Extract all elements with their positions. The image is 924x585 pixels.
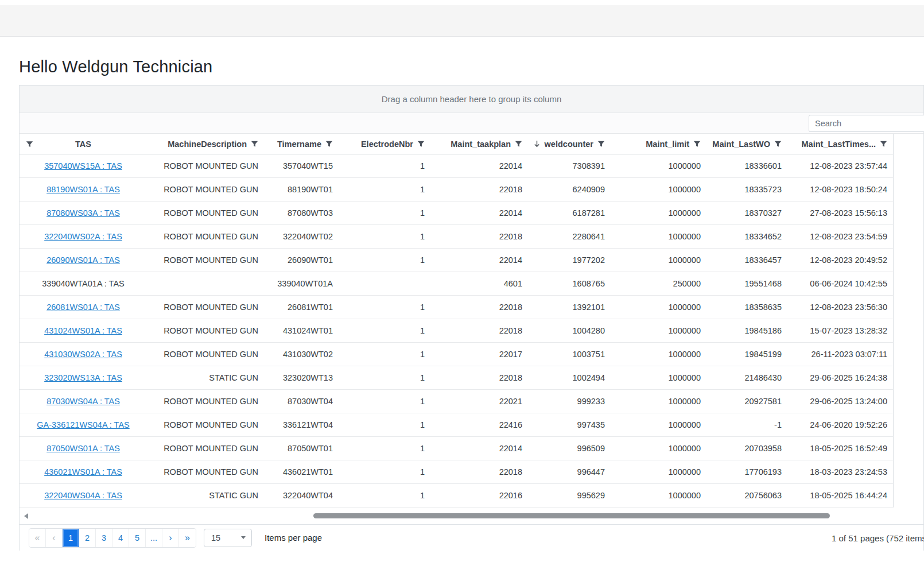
tas-link[interactable]: 431024WS01A : TAS [44, 326, 122, 335]
cell-lastwo: 19845199 [706, 350, 787, 359]
column-header-machine[interactable]: MachineDescription [147, 134, 264, 154]
cell-timer: 87080WT03 [264, 208, 339, 218]
page-button-4[interactable]: 4 [112, 529, 129, 547]
cell-machine: ROBOT MOUNTED GUN [147, 397, 264, 406]
column-title: Maint_LastWO [712, 140, 770, 149]
cell-electrode: 1 [339, 491, 430, 500]
column-header-taakplan[interactable]: Maint_taakplan [430, 134, 528, 154]
page-button-5[interactable]: 5 [129, 529, 146, 547]
cell-taakplan: 22014 [430, 208, 528, 218]
filter-icon[interactable] [26, 140, 33, 148]
column-header-tas[interactable]: TAS [20, 134, 147, 154]
cell-taakplan: 22016 [430, 491, 528, 500]
table-right-border [893, 134, 894, 507]
page-button-2[interactable]: 2 [79, 529, 96, 547]
tas-link[interactable]: 436021WS01A : TAS [44, 467, 122, 476]
tas-link[interactable]: 322040WS02A : TAS [44, 232, 122, 241]
cell-weld: 2280641 [528, 232, 611, 241]
column-header-electrode[interactable]: ElectrodeNbr [339, 134, 430, 154]
pager: «‹12345...›» 15 Items per page 1 of 51 p… [20, 524, 923, 551]
tas-link[interactable]: 26081WS01A : TAS [46, 303, 120, 312]
cell-machine: ROBOT MOUNTED GUN [147, 185, 264, 194]
filter-icon[interactable] [325, 140, 333, 148]
cell-tas: 87050WS01A : TAS [20, 444, 147, 453]
filter-icon[interactable] [693, 140, 701, 148]
filter-icon[interactable] [417, 140, 425, 148]
table-row: 436021WS01A : TASROBOT MOUNTED GUN436021… [20, 460, 893, 484]
cell-timer: 87030WT04 [264, 397, 339, 406]
cell-timer: 339040WT01A [264, 279, 339, 288]
filter-icon[interactable] [774, 140, 782, 148]
cell-electrode: 1 [339, 350, 430, 359]
grid-toolbar [20, 113, 923, 134]
page-button-1[interactable]: 1 [63, 529, 79, 547]
cell-tas: 87080WS03A : TAS [20, 208, 147, 218]
scrollbar-thumb[interactable] [313, 513, 830, 518]
cell-timer: 322040WT02 [264, 232, 339, 241]
table-row: 87080WS03A : TASROBOT MOUNTED GUN87080WT… [20, 202, 893, 225]
cell-weld: 1003751 [528, 350, 611, 359]
cell-taakplan: 22014 [430, 444, 528, 453]
page-info: 1 of 51 pages (752 items) [832, 533, 924, 543]
cell-electrode: 1 [339, 420, 430, 429]
cell-limit: 1000000 [611, 373, 706, 382]
tas-link[interactable]: GA-336121WS04A : TAS [37, 420, 129, 429]
cell-weld: 1392101 [528, 303, 611, 312]
column-header-lastwo[interactable]: Maint_LastWO [706, 134, 787, 154]
tas-link[interactable]: 87050WS01A : TAS [46, 444, 120, 453]
cell-machine: ROBOT MOUNTED GUN [147, 161, 264, 171]
search-input[interactable] [809, 115, 924, 132]
cell-machine: ROBOT MOUNTED GUN [147, 255, 264, 265]
scroll-left-icon[interactable] [24, 513, 28, 519]
table-row: 322040WS04A : TASSTATIC GUN322040WT04122… [20, 484, 893, 507]
group-panel-dropzone[interactable]: Drag a column header here to group its c… [20, 86, 923, 113]
first-page-button[interactable]: « [29, 529, 46, 547]
column-header-weld[interactable]: weldcounter [528, 134, 611, 154]
column-header-last[interactable]: Maint_LastTimes... [787, 134, 893, 154]
prev-page-button[interactable]: ‹ [46, 529, 63, 547]
page-button-3[interactable]: 3 [96, 529, 112, 547]
column-title: ElectrodeNbr [361, 140, 413, 149]
cell-tas: 431030WS02A : TAS [20, 350, 147, 359]
cell-machine: ROBOT MOUNTED GUN [147, 350, 264, 359]
page-size-select[interactable]: 15 [204, 529, 252, 547]
cell-last: 18-05-2025 16:52:49 [787, 444, 893, 453]
filter-icon[interactable] [251, 140, 258, 148]
tas-link[interactable]: 87080WS03A : TAS [46, 208, 120, 218]
cell-electrode: 1 [339, 232, 430, 241]
tas-link[interactable]: 431030WS02A : TAS [44, 350, 122, 359]
cell-weld: 1608765 [528, 279, 611, 288]
tas-link[interactable]: 87030WS04A : TAS [46, 397, 120, 406]
filter-icon[interactable] [515, 140, 522, 148]
tas-link[interactable]: 323020WS13A : TAS [44, 373, 122, 382]
tas-link[interactable]: 322040WS04A : TAS [44, 491, 122, 500]
filter-icon[interactable] [597, 140, 605, 148]
table-row: 323020WS13A : TASSTATIC GUN323020WT13122… [20, 366, 893, 390]
cell-electrode: 1 [339, 208, 430, 218]
cell-timer: 323020WT13 [264, 373, 339, 382]
column-header-timer[interactable]: Timername [264, 134, 339, 154]
cell-tas: 323020WS13A : TAS [20, 373, 147, 382]
cell-tas: 322040WS02A : TAS [20, 232, 147, 241]
cell-timer: 336121WT04 [264, 420, 339, 429]
cell-last: 06-06-2024 10:42:55 [787, 279, 893, 288]
more-pages-button[interactable]: ... [146, 529, 162, 547]
page-buttons: «‹12345...›» [29, 528, 196, 548]
cell-machine: ROBOT MOUNTED GUN [147, 232, 264, 241]
cell-taakplan: 22017 [430, 350, 528, 359]
next-page-button[interactable]: › [162, 529, 179, 547]
cell-lastwo: 18335723 [706, 185, 787, 194]
column-header-limit[interactable]: Maint_limit [611, 134, 706, 154]
tas-link[interactable]: 88190WS01A : TAS [46, 185, 120, 194]
cell-lastwo: -1 [706, 420, 787, 429]
cell-weld: 996509 [528, 444, 611, 453]
cell-weld: 1002494 [528, 373, 611, 382]
tas-link[interactable]: 26090WS01A : TAS [46, 255, 120, 265]
cell-tas: 357040WS15A : TAS [20, 161, 147, 171]
cell-lastwo: 20703958 [706, 444, 787, 453]
tas-link[interactable]: 357040WS15A : TAS [44, 161, 122, 171]
cell-taakplan: 22018 [430, 373, 528, 382]
last-page-button[interactable]: » [179, 529, 196, 547]
horizontal-scrollbar[interactable] [20, 507, 923, 524]
filter-icon[interactable] [880, 140, 887, 148]
